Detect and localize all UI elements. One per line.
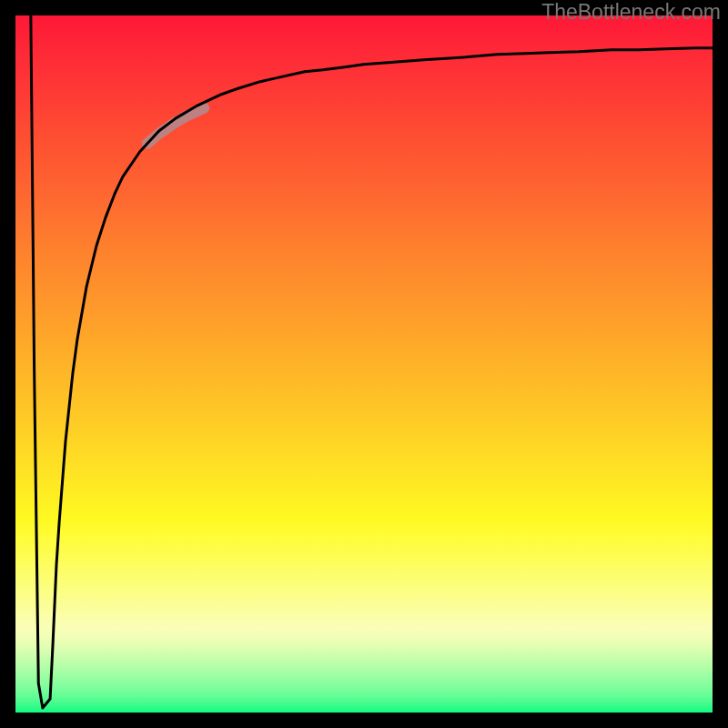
watermark-text: TheBottleneck.com bbox=[541, 0, 721, 25]
plot-background-gradient bbox=[15, 15, 713, 713]
chart-frame: TheBottleneck.com bbox=[0, 0, 728, 728]
